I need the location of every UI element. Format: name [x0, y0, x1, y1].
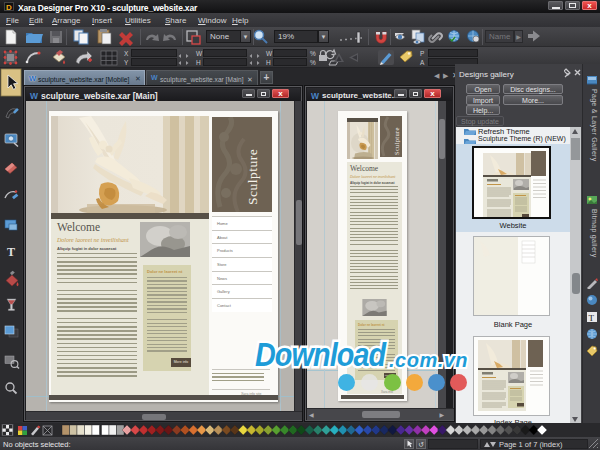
svg-text:A: A — [420, 59, 425, 66]
svg-text:P: P — [420, 50, 424, 57]
svg-text:X: X — [124, 50, 129, 57]
svg-text:Y: Y — [124, 59, 129, 66]
svg-text:W: W — [266, 50, 273, 57]
svg-text:%: % — [310, 59, 316, 66]
svg-text:T: T — [7, 245, 15, 259]
svg-text:%: % — [310, 50, 316, 57]
svg-text:H: H — [196, 59, 201, 66]
svg-text:W: W — [196, 50, 203, 57]
svg-text:T: T — [589, 313, 595, 323]
svg-text:H: H — [266, 59, 271, 66]
